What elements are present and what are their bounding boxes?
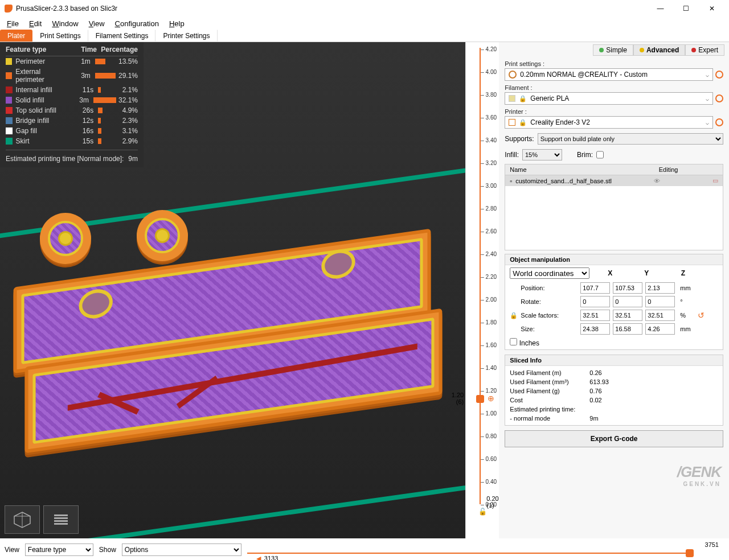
preview-viewport[interactable]: Feature type Time Percentage Perimeter 1… xyxy=(0,42,465,538)
printer-label: Printer : xyxy=(505,108,723,116)
size-z[interactable] xyxy=(645,323,675,335)
menubar: File Edit Window View Configuration Help xyxy=(0,17,729,30)
legend-footer-value: 9m xyxy=(128,155,138,163)
tab-printer-settings[interactable]: Printer Settings xyxy=(155,30,217,42)
minimize-button[interactable]: — xyxy=(648,0,673,17)
scale-y[interactable] xyxy=(613,310,642,321)
coord-mode-select[interactable]: World coordinates xyxy=(510,267,589,279)
info-row: - normal mode9m xyxy=(510,414,718,423)
menu-help[interactable]: Help xyxy=(165,18,189,29)
position-y[interactable] xyxy=(613,282,642,294)
printer-icon xyxy=(509,119,515,126)
tab-print-settings[interactable]: Print Settings xyxy=(32,30,88,42)
infill-select[interactable]: 15% xyxy=(522,149,562,160)
filament-select[interactable]: 🔒 Generic PLA ⌵ xyxy=(505,92,713,105)
chevron-down-icon: ⌵ xyxy=(706,72,709,78)
view-label: View xyxy=(5,546,19,554)
position-x[interactable] xyxy=(580,282,610,294)
settings-gear-icon[interactable] xyxy=(715,71,723,79)
rotate-x[interactable] xyxy=(580,296,610,307)
infill-label: Infill: xyxy=(505,151,519,159)
info-row: Cost0.02 xyxy=(510,396,718,405)
mode-advanced[interactable]: Advanced xyxy=(633,44,685,56)
print-settings-select[interactable]: 0.20mm NORMAL @CREALITY - Custom ⌵ xyxy=(505,68,713,81)
chevron-left-icon[interactable]: ◀ xyxy=(256,555,261,560)
show-label: Show xyxy=(99,546,116,554)
printer-select[interactable]: 🔒 Creality Ender-3 V2 ⌵ xyxy=(505,116,713,129)
visibility-icon[interactable]: 👁 xyxy=(654,178,660,184)
menu-view[interactable]: View xyxy=(84,18,109,29)
brim-label: Brim: xyxy=(577,151,593,159)
tab-filament-settings[interactable]: Filament Settings xyxy=(88,30,156,42)
edit-icon[interactable]: ▭ xyxy=(712,177,718,184)
view-type-select[interactable]: Feature type xyxy=(25,543,93,556)
objects-header-editing: Editing xyxy=(614,164,723,175)
mode-simple[interactable]: Simple xyxy=(593,44,633,56)
feature-legend: Feature type Time Percentage Perimeter 1… xyxy=(0,42,144,167)
close-button[interactable]: ✕ xyxy=(699,0,724,17)
lock-icon: 🔒 xyxy=(519,119,527,126)
info-row: Used Filament (m)0.26 xyxy=(510,368,718,377)
legend-row[interactable]: Gap fill 16s 3.1% xyxy=(6,126,138,136)
svg-rect-4 xyxy=(54,517,68,519)
svg-rect-6 xyxy=(54,523,68,525)
rotate-y[interactable] xyxy=(613,296,642,307)
object-list: Name Editing ▫ customized_sand...d_half_… xyxy=(505,164,723,250)
info-row: Used Filament (mm³)613.93 xyxy=(510,377,718,386)
scale-x[interactable] xyxy=(580,310,610,321)
legend-row[interactable]: Solid infill 3m 32.1% xyxy=(6,95,138,105)
menu-window[interactable]: Window xyxy=(47,18,83,29)
menu-configuration[interactable]: Configuration xyxy=(110,18,163,29)
rotate-z[interactable] xyxy=(645,296,675,307)
position-z[interactable] xyxy=(645,282,675,294)
settings-gear-icon[interactable] xyxy=(715,94,723,102)
supports-label: Supports: xyxy=(505,135,534,143)
scale-z[interactable] xyxy=(645,310,675,321)
view-mode-layers-icon[interactable] xyxy=(43,505,79,534)
app-logo xyxy=(5,5,13,13)
show-options-select[interactable]: Options xyxy=(122,543,241,556)
right-panel: Simple Advanced Expert Print settings : … xyxy=(499,42,729,538)
main-tabs: Plater Print Settings Filament Settings … xyxy=(0,30,729,42)
filament-label: Filament : xyxy=(505,84,723,92)
maximize-button[interactable]: ☐ xyxy=(673,0,699,17)
objects-header-name: Name xyxy=(505,164,614,175)
filament-color-swatch xyxy=(509,95,515,102)
legend-row[interactable]: Skirt 15s 2.9% xyxy=(6,136,138,146)
gear-icon xyxy=(509,71,517,79)
svg-rect-5 xyxy=(54,520,68,522)
legend-header-time: Time xyxy=(74,46,97,53)
brim-checkbox[interactable] xyxy=(596,149,604,160)
view-mode-3d-icon[interactable] xyxy=(5,505,40,534)
legend-row[interactable]: External perimeter 3m 29.1% xyxy=(6,67,138,85)
info-row: Used Filament (g)0.76 xyxy=(510,386,718,396)
settings-gear-icon[interactable] xyxy=(715,118,723,126)
horizontal-moves-slider[interactable]: 3751 ◀ 3133 xyxy=(247,541,724,558)
inches-checkbox[interactable] xyxy=(510,338,517,345)
mode-expert[interactable]: Expert xyxy=(685,44,724,56)
supports-select[interactable]: Support on build plate only xyxy=(538,133,723,145)
legend-row[interactable]: Bridge infill 12s 2.3% xyxy=(6,116,138,126)
reset-scale-icon[interactable]: ↺ xyxy=(698,311,705,320)
menu-file[interactable]: File xyxy=(2,18,23,29)
tab-plater[interactable]: Plater xyxy=(0,30,32,42)
sliced-info-group: Sliced Info Used Filament (m)0.26Used Fi… xyxy=(505,355,723,426)
legend-header-feature: Feature type xyxy=(6,46,74,53)
svg-rect-3 xyxy=(54,514,68,516)
object-manipulation-group: Object manipulation World coordinates X … xyxy=(505,254,723,350)
size-x[interactable] xyxy=(580,323,610,335)
lock-icon[interactable]: 🔒 xyxy=(510,312,518,319)
lock-icon: 🔒 xyxy=(519,95,527,102)
slider-lock-icon[interactable]: 🔓 xyxy=(478,508,487,516)
export-gcode-button[interactable]: Export G-code xyxy=(505,430,723,447)
chevron-down-icon: ⌵ xyxy=(706,120,709,126)
legend-row[interactable]: Perimeter 1m 13.5% xyxy=(6,56,138,67)
menu-edit[interactable]: Edit xyxy=(24,18,46,29)
watermark: /GENKGENK.VN xyxy=(677,463,721,487)
object-row[interactable]: ▫ customized_sand...d_half_base.stl 👁 ▭ xyxy=(505,175,723,186)
layer-slider[interactable]: – 4.20– 4.00– 3.80– 3.60– 3.40– 3.20– 3.… xyxy=(465,42,499,538)
legend-row[interactable]: Internal infill 11s 2.1% xyxy=(6,85,138,95)
slider-add-icon[interactable]: ⊕ xyxy=(488,394,494,403)
size-y[interactable] xyxy=(613,323,642,335)
legend-row[interactable]: Top solid infill 26s 4.9% xyxy=(6,105,138,116)
